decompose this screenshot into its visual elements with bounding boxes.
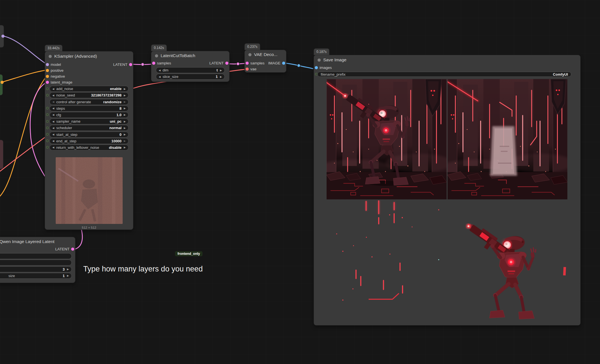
increment-arrow-icon[interactable]: ▶	[124, 127, 126, 129]
widget-row[interactable]: ◀ start_at_step 0 ▶	[45, 132, 133, 138]
widget-pill[interactable]: ◀ end_at_step 10000 ▶	[50, 138, 129, 144]
widget-pill[interactable]: ◀ start_at_step 0 ▶	[50, 132, 129, 138]
partial-node-left-green[interactable]	[0, 75, 3, 95]
input-port[interactable]: latent_image	[45, 79, 133, 85]
text-widget[interactable]: filename_prefix ComfyUI	[317, 72, 571, 77]
widget-pill[interactable]: ◀ dim t ▶	[156, 67, 225, 73]
decrement-arrow-icon[interactable]: ◀	[52, 120, 54, 123]
increment-arrow-icon[interactable]: ▶	[124, 120, 126, 123]
increment-arrow-icon[interactable]: ▶	[124, 133, 126, 136]
output-port-dot[interactable]	[1, 81, 4, 84]
widget-pill[interactable]: ◀ size 1 ▶	[0, 273, 72, 279]
widget-pill[interactable]: ◀ return_with_leftover_noise disable ▶	[50, 145, 129, 150]
increment-arrow-icon[interactable]: ▶	[124, 146, 126, 149]
decrement-arrow-icon[interactable]: ◀	[159, 69, 161, 72]
widget-row[interactable]: ◀ add_noise enable ▶	[45, 86, 133, 92]
widget-row[interactable]: filename_prefix ComfyUI	[314, 72, 580, 77]
decrement-arrow-icon[interactable]: ◀	[52, 100, 54, 103]
decrement-arrow-icon[interactable]: ◀	[52, 94, 54, 97]
widget-pill[interactable]: ◀ 3 ▶	[0, 266, 72, 272]
increment-arrow-icon[interactable]: ▶	[67, 274, 69, 277]
decrement-arrow-icon[interactable]: ◀	[52, 146, 54, 149]
widget-row[interactable]: ◀ slice_size 1 ▶	[151, 74, 229, 80]
widget-input-slot[interactable]	[46, 133, 49, 136]
input-port[interactable]: vae	[245, 66, 286, 72]
input-port-dot[interactable]	[46, 81, 49, 84]
output-port-dot[interactable]	[71, 248, 74, 251]
node-title[interactable]: VAE Deco...	[245, 50, 286, 59]
decrement-arrow-icon[interactable]: ◀	[52, 87, 54, 90]
widget-input-slot[interactable]	[46, 107, 49, 109]
input-port-dot[interactable]	[46, 63, 49, 66]
widget-pill[interactable]: ◀ scheduler normal ▶	[50, 125, 129, 131]
widget-pill[interactable]: ◀ steps 8 ▶	[50, 105, 129, 111]
input-port-dot[interactable]	[46, 75, 49, 78]
widget-row[interactable]: ◀ end_at_step 10000 ▶	[45, 138, 133, 144]
link-midpoint-dot[interactable]	[141, 63, 144, 66]
increment-arrow-icon[interactable]: ▶	[220, 69, 222, 72]
decrement-arrow-icon[interactable]: ◀	[52, 107, 54, 110]
output-image-background-layer[interactable]	[448, 79, 568, 199]
widget-input-slot[interactable]	[46, 113, 49, 116]
node-latent-cut-to-batch[interactable]: 0.142s LatentCutToBatch LATENT samples	[151, 51, 229, 82]
link-midpoint-dot[interactable]	[297, 64, 300, 67]
decrement-arrow-icon[interactable]: ◀	[52, 113, 54, 116]
widget-row[interactable]: ◀ ▶	[0, 260, 75, 266]
widget-input-slot[interactable]	[46, 140, 49, 142]
increment-arrow-icon[interactable]: ▶	[124, 100, 126, 103]
increment-arrow-icon[interactable]: ▶	[124, 87, 126, 90]
node-title[interactable]: LatentCutToBatch	[151, 51, 229, 60]
input-port[interactable]: images	[314, 65, 580, 71]
increment-arrow-icon[interactable]: ▶	[124, 113, 126, 116]
widget-pill[interactable]: ◀ control after generate randomize ▶	[50, 99, 129, 105]
partial-node-left-maroon[interactable]	[0, 140, 3, 169]
widget-row[interactable]: ◀ return_with_leftover_noise disable ▶	[45, 145, 133, 150]
partial-node-left-top[interactable]	[0, 25, 4, 47]
widget-pill[interactable]: ◀ add_noise enable ▶	[50, 86, 129, 92]
widget-pill[interactable]: ◀ ▶	[0, 260, 72, 266]
input-port[interactable]: samples	[151, 60, 229, 66]
input-port-dot[interactable]	[246, 62, 249, 65]
widget-row[interactable]: ◀ size 1 ▶	[0, 273, 75, 279]
node-graph-canvas[interactable]: 33.442s KSampler (Advanced) LATENT model	[0, 0, 600, 364]
input-port[interactable]: positive	[45, 68, 133, 73]
increment-arrow-icon[interactable]: ▶	[220, 75, 222, 78]
input-port-dot[interactable]	[46, 69, 49, 72]
output-image-composite[interactable]	[327, 79, 447, 199]
widget-row[interactable]: ◀ scheduler normal ▶	[45, 125, 133, 131]
widget-input-slot[interactable]	[46, 120, 49, 123]
node-qwen-image-layered-latent[interactable]: Qwen Image Layered Latent LATENT ◀ ▶	[0, 237, 75, 283]
input-port-dot[interactable]	[246, 68, 249, 71]
input-port[interactable]: model	[45, 62, 133, 68]
input-port-dot[interactable]	[152, 62, 155, 65]
widget-row[interactable]: ◀ dim t ▶	[151, 67, 229, 73]
widget-pill[interactable]: ◀ ▶	[0, 253, 72, 259]
input-port-dot[interactable]	[315, 66, 318, 69]
decrement-arrow-icon[interactable]: ◀	[52, 127, 54, 129]
input-port[interactable]: negative	[45, 73, 133, 79]
node-title[interactable]: Save Image	[314, 55, 580, 65]
node-title[interactable]: KSampler (Advanced)	[45, 51, 133, 61]
node-vae-decode[interactable]: 0.237s VAE Deco... IMAGE samples	[245, 50, 286, 72]
node-title[interactable]: Qwen Image Layered Latent	[0, 237, 75, 246]
decrement-arrow-icon[interactable]: ◀	[52, 140, 54, 142]
output-image-robot-layer[interactable]	[448, 200, 568, 321]
output-image-particles-layer[interactable]	[327, 200, 447, 321]
widget-row[interactable]: ◀ ▶	[0, 253, 75, 259]
widget-row[interactable]: ◀ cfg 1.0 ▶	[45, 112, 133, 118]
output-port-dot[interactable]	[1, 35, 5, 38]
increment-arrow-icon[interactable]: ▶	[124, 107, 126, 110]
link-midpoint-dot[interactable]	[237, 62, 240, 66]
widget-pill[interactable]: ◀ cfg 1.0 ▶	[50, 112, 129, 118]
widget-row[interactable]: ◀ steps 8 ▶	[45, 105, 133, 111]
widget-pill[interactable]: ◀ slice_size 1 ▶	[156, 74, 225, 80]
input-port[interactable]: samples	[245, 60, 286, 66]
widget-row[interactable]: ◀ control after generate randomize ▶	[45, 99, 133, 105]
widget-pill[interactable]: ◀ sampler_name uni_pc ▶	[50, 118, 129, 124]
increment-arrow-icon[interactable]: ▶	[124, 94, 126, 97]
increment-arrow-icon[interactable]: ▶	[124, 140, 126, 142]
widget-input-slot[interactable]	[46, 127, 49, 129]
decrement-arrow-icon[interactable]: ◀	[52, 133, 54, 136]
increment-arrow-icon[interactable]: ▶	[67, 268, 69, 271]
node-save-image[interactable]: 0.187s Save Image images filename_prefix…	[314, 55, 580, 325]
